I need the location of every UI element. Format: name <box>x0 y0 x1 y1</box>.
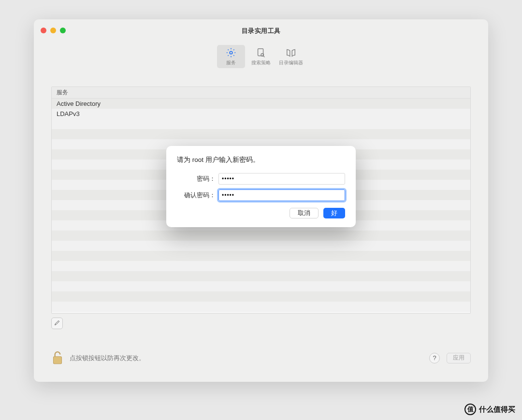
confirm-password-input[interactable] <box>218 189 345 201</box>
lock-area[interactable]: 点按锁按钮以防再次更改。 <box>51 350 145 366</box>
dialog-title: 请为 root 用户输入新密码。 <box>177 156 345 164</box>
edit-button[interactable] <box>51 318 63 329</box>
svg-rect-1 <box>258 49 263 56</box>
watermark: 值 什么值得买 <box>464 404 515 415</box>
tab-label: 服务 <box>226 59 236 66</box>
tab-label: 目录编辑器 <box>279 59 303 66</box>
dialog-actions: 取消 好 <box>177 208 345 218</box>
svg-rect-4 <box>53 357 61 364</box>
close-window-button[interactable] <box>41 28 46 33</box>
list-item[interactable]: LDAPv3 <box>52 109 470 119</box>
tab-search-policy[interactable]: 搜索策略 <box>247 45 275 68</box>
watermark-text: 什么值得买 <box>479 405 515 414</box>
password-dialog: 请为 root 用户输入新密码。 密码： 确认密码： 取消 好 <box>166 146 356 227</box>
cancel-button[interactable]: 取消 <box>290 208 319 218</box>
list-item[interactable]: Active Directory <box>52 99 470 109</box>
titlebar: 目录实用工具 <box>34 19 488 43</box>
lock-hint-text: 点按锁按钮以防再次更改。 <box>70 354 145 362</box>
tab-services[interactable]: 服务 <box>217 45 245 68</box>
zoom-window-button[interactable] <box>60 28 66 33</box>
pencil-icon <box>54 319 60 328</box>
confirm-password-label: 确认密码： <box>177 191 218 200</box>
password-row: 密码： <box>177 173 345 185</box>
window-title: 目录实用工具 <box>242 27 281 35</box>
footer: 点按锁按钮以防再次更改。 ? 应用 <box>51 344 471 372</box>
watermark-badge: 值 <box>464 404 476 415</box>
book-icon <box>285 47 297 58</box>
confirm-password-row: 确认密码： <box>177 189 345 201</box>
unlock-icon <box>51 350 64 366</box>
gear-icon <box>225 47 237 58</box>
toolbar: 服务 搜索策略 目录编辑器 <box>34 43 488 71</box>
document-search-icon <box>255 47 267 58</box>
svg-point-0 <box>230 51 232 54</box>
help-button[interactable]: ? <box>429 353 440 363</box>
column-header-services[interactable]: 服务 <box>52 87 470 99</box>
edit-bar <box>51 318 471 329</box>
ok-button[interactable]: 好 <box>323 208 345 218</box>
window-controls <box>41 28 66 33</box>
password-label: 密码： <box>177 174 218 183</box>
tab-directory-editor[interactable]: 目录编辑器 <box>277 45 305 68</box>
password-input[interactable] <box>218 173 345 185</box>
apply-button[interactable]: 应用 <box>447 353 471 363</box>
tab-label: 搜索策略 <box>251 59 271 66</box>
minimize-window-button[interactable] <box>50 28 56 33</box>
svg-line-3 <box>263 56 265 58</box>
